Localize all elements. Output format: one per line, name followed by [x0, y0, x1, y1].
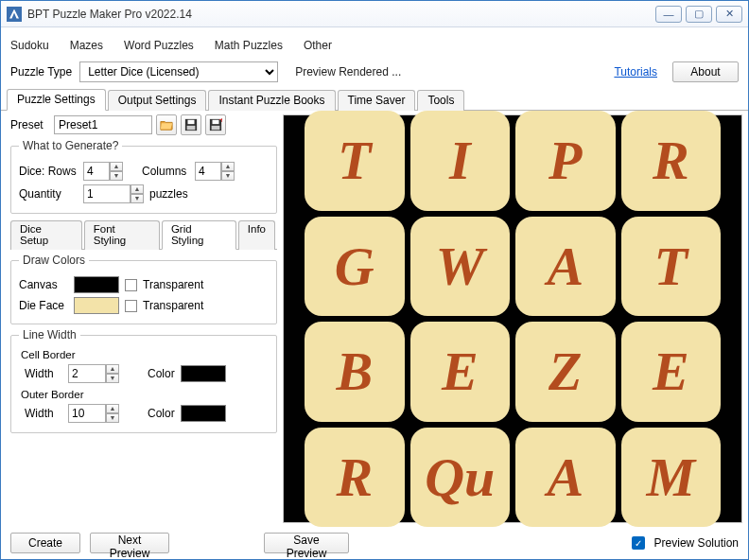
tutorials-link[interactable]: Tutorials	[614, 65, 657, 79]
next-preview-button[interactable]: Next Preview	[90, 533, 169, 553]
canvas-transparent-label: Transparent	[143, 278, 203, 291]
subtab-grid-styling[interactable]: Grid Styling	[162, 220, 236, 250]
preset-input[interactable]	[54, 115, 152, 134]
subtab-font-styling[interactable]: Font Styling	[84, 220, 160, 250]
puzzle-type-select[interactable]: Letter Dice (Licensed)	[79, 61, 278, 82]
qty-input[interactable]	[83, 184, 131, 203]
close-button[interactable]: ✕	[716, 6, 742, 23]
cell-color-label: Color	[148, 367, 175, 380]
create-button[interactable]: Create	[10, 533, 80, 553]
outer-color-swatch[interactable]	[181, 405, 226, 422]
cell-color-swatch[interactable]	[181, 365, 226, 382]
rows-label: Dice: Rows	[19, 165, 78, 178]
what-to-generate-group: What to Generate? Dice: Rows ▲▼ Columns …	[10, 139, 277, 214]
outer-border-heading: Outer Border	[21, 389, 269, 400]
rows-down[interactable]: ▼	[110, 171, 123, 181]
dieface-transparent-checkbox[interactable]	[125, 300, 137, 312]
menu-mazes[interactable]: Mazes	[70, 39, 103, 52]
menu-other[interactable]: Other	[304, 39, 332, 52]
qty-up[interactable]: ▲	[131, 184, 144, 194]
tab-time-saver[interactable]: Time Saver	[338, 90, 416, 111]
die-face: B	[305, 322, 405, 422]
minimize-button[interactable]: ―	[655, 6, 682, 23]
preview-solution-checkbox[interactable]: ✓	[632, 536, 645, 550]
preview-panel: TIPRGWATBEZERQuAM	[283, 114, 742, 523]
die-face: A	[515, 217, 616, 317]
qty-down[interactable]: ▼	[131, 194, 144, 203]
svg-rect-1	[188, 120, 195, 124]
die-face: W	[410, 217, 511, 317]
about-button[interactable]: About	[672, 61, 739, 82]
outer-width-down[interactable]: ▼	[106, 413, 119, 423]
cols-label: Columns	[142, 165, 189, 178]
menu-sudoku[interactable]: Sudoku	[10, 39, 49, 52]
preset-open-button[interactable]	[156, 114, 177, 135]
svg-rect-4	[213, 120, 219, 124]
die-face: I	[410, 111, 511, 211]
die-face: E	[621, 322, 722, 422]
qty-label: Quantity	[19, 187, 78, 201]
menu-math-puzzles[interactable]: Math Puzzles	[215, 39, 283, 52]
canvas-label: Canvas	[19, 278, 68, 291]
die-face: P	[515, 111, 616, 211]
puzzle-type-label: Puzzle Type	[10, 65, 72, 79]
cols-up[interactable]: ▲	[221, 162, 235, 171]
save-preview-button[interactable]: Save Preview	[264, 533, 349, 553]
app-icon	[7, 7, 22, 22]
svg-rect-5	[212, 126, 220, 130]
menu-word-puzzles[interactable]: Word Puzzles	[124, 39, 194, 52]
die-face: E	[410, 322, 511, 422]
subtab-dice-setup[interactable]: Dice Setup	[10, 220, 82, 250]
cell-width-down[interactable]: ▼	[106, 374, 119, 383]
cols-input[interactable]	[195, 162, 221, 181]
die-face: T	[621, 217, 722, 317]
rows-input[interactable]	[83, 162, 110, 181]
svg-rect-2	[187, 126, 196, 130]
die-face: G	[305, 217, 405, 317]
die-face: A	[515, 428, 616, 528]
dieface-transparent-label: Transparent	[143, 299, 203, 312]
menubar: Sudoku Mazes Word Puzzles Math Puzzles O…	[1, 33, 748, 58]
window-title: BPT Puzzle Maker Pro v2022.14	[27, 8, 655, 21]
draw-colors-group: Draw Colors Canvas Transparent Die Face …	[10, 254, 277, 324]
cell-width-up[interactable]: ▲	[106, 364, 119, 374]
cell-width-input[interactable]	[68, 364, 106, 383]
outer-width-up[interactable]: ▲	[106, 404, 119, 413]
tab-puzzle-settings[interactable]: Puzzle Settings	[7, 89, 106, 111]
outer-color-label: Color	[148, 407, 175, 420]
status-text: Preview Rendered ...	[295, 65, 608, 79]
preset-save-button[interactable]	[181, 114, 201, 135]
tab-tools[interactable]: Tools	[417, 90, 464, 111]
preset-saveas-button[interactable]: +	[205, 114, 226, 135]
die-face: T	[305, 111, 405, 211]
dieface-color-swatch[interactable]	[74, 297, 119, 314]
dieface-label: Die Face	[19, 299, 68, 312]
cell-border-heading: Cell Border	[21, 349, 269, 360]
preview-solution-label: Preview Solution	[654, 536, 739, 550]
qty-suffix: puzzles	[149, 187, 188, 201]
subtab-info[interactable]: Info	[238, 220, 275, 250]
die-face: R	[305, 428, 405, 528]
tab-output-settings[interactable]: Output Settings	[108, 90, 207, 111]
maximize-button[interactable]: ▢	[686, 6, 712, 23]
rows-up[interactable]: ▲	[110, 162, 123, 171]
die-face: Z	[515, 322, 616, 422]
tab-instant-puzzle-books[interactable]: Instant Puzzle Books	[208, 90, 335, 111]
cols-down[interactable]: ▼	[221, 171, 235, 181]
cell-width-label: Width	[25, 367, 62, 380]
canvas-transparent-checkbox[interactable]	[125, 279, 137, 291]
die-face: Qu	[410, 428, 511, 528]
outer-width-label: Width	[25, 407, 62, 420]
outer-width-input[interactable]	[68, 404, 106, 423]
svg-text:+: +	[219, 118, 223, 125]
line-width-group: Line Width Cell Border Width ▲▼ Color Ou…	[10, 328, 277, 433]
die-face: R	[621, 111, 722, 211]
preset-label: Preset	[10, 118, 50, 131]
die-face: M	[621, 428, 722, 528]
canvas-color-swatch[interactable]	[74, 276, 119, 293]
